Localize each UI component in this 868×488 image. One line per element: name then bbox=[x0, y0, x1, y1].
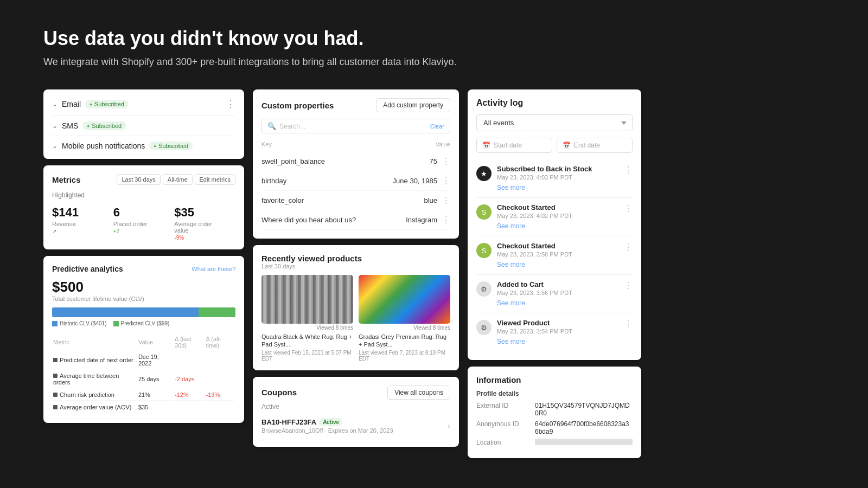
pred-th-dall: Δ (all-time) bbox=[206, 334, 234, 350]
metrics-title: Metrics bbox=[52, 175, 81, 184]
what-are-these-link[interactable]: What are these? bbox=[192, 266, 235, 272]
al-event-icon-0: ★ bbox=[476, 166, 492, 181]
al-see-more-0[interactable]: See more bbox=[497, 184, 525, 191]
information-title: Information bbox=[476, 375, 633, 384]
pred-cell-d30-0 bbox=[175, 351, 205, 369]
pred-cell-dall-3 bbox=[206, 402, 234, 413]
cp-dots-2[interactable]: ⋮ bbox=[442, 195, 450, 206]
pred-cell-label-2: Churn risk prediction bbox=[53, 389, 137, 401]
coupon-active-badge-0: Active bbox=[320, 418, 342, 426]
metric-label-aov: Average order value bbox=[174, 221, 227, 234]
al-event-time-0: May 23, 2023, 4:03 PM PDT bbox=[497, 174, 618, 181]
al-event-icon-2: S bbox=[476, 243, 492, 258]
product-name-1: Gradasi Grey Premium Rug: Rug + Pad Syst… bbox=[359, 333, 450, 349]
al-event-menu-2[interactable]: ⋮ bbox=[624, 242, 633, 252]
cp-value-0: 75 bbox=[430, 157, 437, 165]
cp-key-1: birthday bbox=[261, 177, 286, 185]
al-event-menu-3[interactable]: ⋮ bbox=[624, 280, 633, 291]
left-panel: ⌄ Email Subscribed ⋮ ⌄ SMS Subscribed ⌄ … bbox=[43, 89, 244, 423]
sub-label-push: Mobile push notifications bbox=[62, 142, 145, 150]
activity-events-list: ★ Subscribed to Back in Stock May 23, 20… bbox=[476, 159, 633, 351]
al-see-more-4[interactable]: See more bbox=[497, 338, 525, 345]
pred-cell-d30-3 bbox=[175, 402, 205, 413]
pred-cell-value-0: Dec 19, 2022 bbox=[138, 351, 174, 369]
al-event-menu-1[interactable]: ⋮ bbox=[624, 203, 633, 214]
cp-value-2: blue bbox=[424, 196, 437, 204]
info-val-1: 64de076964f700f0be6608323a36bda9 bbox=[535, 420, 633, 435]
metric-aov: $35 Average order value -9% bbox=[174, 206, 235, 241]
hero-title: Use data you didn't know you had. bbox=[43, 27, 825, 50]
recently-viewed-card: Recently viewed products Last 30 days Vi… bbox=[253, 245, 459, 370]
metric-trend-placed: +2 bbox=[113, 228, 166, 234]
al-event-4: ⚙ Viewed Product May 23, 2023, 3:54 PM P… bbox=[476, 313, 633, 351]
al-event-icon-3: ⚙ bbox=[476, 281, 492, 297]
rvp-subtitle: Last 30 days bbox=[261, 263, 450, 269]
highlighted-label: Highlighted bbox=[52, 191, 235, 199]
cp-row-0: swell_point_balance 75 ⋮ bbox=[261, 152, 450, 171]
events-filter-select[interactable]: All events bbox=[476, 114, 633, 131]
al-see-more-1[interactable]: See more bbox=[497, 222, 525, 230]
search-row[interactable]: 🔍 Search... Clear bbox=[261, 119, 450, 133]
chevron-icon-push: ⌄ bbox=[52, 142, 58, 150]
clear-button[interactable]: Clear bbox=[430, 123, 444, 130]
pred-cell-value-3: $35 bbox=[138, 402, 174, 413]
al-see-more-2[interactable]: See more bbox=[497, 261, 525, 268]
clv-bar bbox=[52, 307, 235, 317]
pred-cell-dall-0 bbox=[206, 351, 234, 369]
end-date-input[interactable]: 📅 End date bbox=[557, 138, 633, 153]
metric-label-revenue: Revenue bbox=[52, 221, 105, 227]
al-event-time-4: May 23, 2023, 3:54 PM PDT bbox=[497, 328, 618, 335]
coupon-chevron-0: › bbox=[448, 421, 450, 430]
start-date-input[interactable]: 📅 Start date bbox=[476, 138, 552, 153]
sub-item-sms: ⌄ SMS Subscribed bbox=[52, 116, 235, 136]
custom-properties-card: Custom properties Add custom property 🔍 … bbox=[253, 89, 459, 239]
information-card: Information Profile details External ID … bbox=[468, 367, 641, 458]
product-name-0: Quadra Black & White Rug: Rug + Pad Syst… bbox=[261, 333, 353, 349]
al-event-icon-4: ⚙ bbox=[476, 320, 492, 335]
cp-key-3: Where did you hear about us? bbox=[261, 216, 356, 224]
pred-cell-value-2: 21% bbox=[138, 389, 174, 401]
legend-historic: Historic CLV ($401) bbox=[52, 320, 107, 326]
activity-log-title: Activity log bbox=[476, 98, 633, 108]
al-see-more-3[interactable]: See more bbox=[497, 299, 525, 307]
info-key-0: External ID bbox=[476, 402, 531, 409]
cp-dots-3[interactable]: ⋮ bbox=[442, 215, 450, 225]
btn-last30[interactable]: Last 30 days bbox=[117, 174, 160, 185]
al-event-1: S Checkout Started May 23, 2023, 4:02 PM… bbox=[476, 198, 633, 236]
search-icon: 🔍 bbox=[267, 122, 276, 130]
hero-subtitle: We integrate with Shopify and 300+ pre-b… bbox=[43, 56, 825, 68]
coupons-title: Coupons bbox=[261, 388, 297, 397]
pred-table: Metric Value Δ (last 30d) Δ (all-time) P… bbox=[52, 333, 235, 414]
pred-row-3: Average order value (AOV) $35 bbox=[53, 402, 234, 413]
coupons-card: Coupons View all coupons Active BA10-HFF… bbox=[253, 377, 459, 447]
cp-dots-0[interactable]: ⋮ bbox=[442, 156, 450, 166]
cp-dots-1[interactable]: ⋮ bbox=[442, 176, 450, 186]
al-event-menu-0[interactable]: ⋮ bbox=[624, 165, 633, 175]
btn-edit-metrics[interactable]: Edit metrics bbox=[195, 174, 235, 185]
pred-cell-label-0: Predicted date of next order bbox=[53, 351, 137, 369]
pred-title: Predictive analytics bbox=[52, 265, 123, 273]
badge-email: Subscribed bbox=[85, 100, 129, 108]
pred-row-1: Average time between orders 75 days -2 d… bbox=[53, 370, 234, 388]
btn-alltime[interactable]: All-time bbox=[163, 174, 193, 185]
coupon-row-0: BA10-HFFJ23FA Active BrowseAbandon_10Off… bbox=[261, 414, 450, 438]
view-all-coupons-button[interactable]: View all coupons bbox=[387, 386, 450, 400]
add-custom-property-button[interactable]: Add custom property bbox=[376, 98, 450, 112]
cp-row-3: Where did you hear about us? Instagram ⋮ bbox=[261, 210, 450, 230]
al-event-time-2: May 23, 2023, 3:58 PM PDT bbox=[497, 251, 618, 258]
info-key-1: Anonymous ID bbox=[476, 420, 531, 428]
metrics-card: Metrics Last 30 days All-time Edit metri… bbox=[43, 165, 244, 249]
clv-label: Total customer lifetime value (CLV) bbox=[52, 296, 235, 302]
pred-cell-dall-2: -13% bbox=[206, 389, 234, 401]
metric-value-placed: 6 bbox=[113, 206, 166, 220]
al-event-menu-4[interactable]: ⋮ bbox=[624, 319, 633, 329]
coupon-code-0: BA10-HFFJ23FA bbox=[261, 418, 316, 426]
coupon-detail-0: BrowseAbandon_10Off · Expires on Mar 20,… bbox=[261, 427, 393, 434]
chevron-icon-email: ⌄ bbox=[52, 100, 58, 108]
sub-item-push: ⌄ Mobile push notifications Subscribed bbox=[52, 136, 235, 156]
dots-email[interactable]: ⋮ bbox=[226, 98, 235, 110]
cp-title: Custom properties bbox=[261, 101, 334, 110]
clv-bar-green bbox=[199, 307, 235, 317]
info-row-0: External ID 01H15QV34579TVQNJD7JQMD0R0 bbox=[476, 402, 633, 417]
calendar-icon-start: 📅 bbox=[482, 142, 490, 149]
